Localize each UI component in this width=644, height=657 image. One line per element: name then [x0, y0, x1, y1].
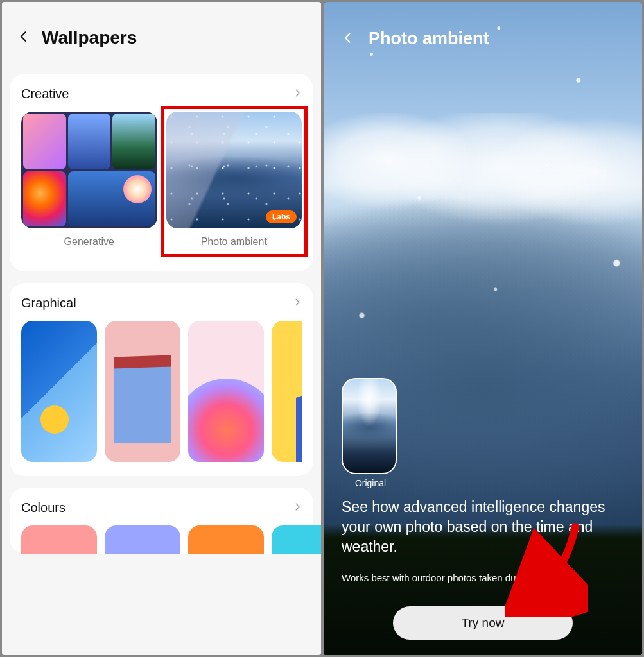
- section-creative: Creative Generative Labs Photo ambie: [10, 74, 313, 271]
- colours-row: [21, 525, 302, 554]
- section-graphical: Graphical: [10, 283, 313, 476]
- right-content: Original See how advanced intelligence c…: [342, 378, 624, 640]
- generative-thumb: [21, 112, 157, 228]
- photo-ambient-screen: Photo ambient Original See how advanced …: [324, 2, 642, 655]
- original-thumb: [342, 378, 397, 474]
- chevron-right-icon: [293, 89, 302, 100]
- subtext: Works best with outdoor photos taken dur…: [342, 572, 624, 583]
- photo-ambient-thumb: Labs: [166, 112, 302, 228]
- wallpapers-screen: Wallpapers Creative Generative L: [2, 2, 321, 655]
- graphical-row: [21, 321, 302, 462]
- graphical-thumb[interactable]: [188, 321, 264, 462]
- colour-swatch[interactable]: [188, 525, 264, 554]
- colour-swatch[interactable]: [21, 525, 97, 554]
- section-title: Creative: [21, 87, 69, 101]
- wallpaper-card-photo-ambient[interactable]: Labs Photo ambient: [161, 106, 308, 257]
- back-icon[interactable]: [17, 30, 30, 46]
- colour-swatch[interactable]: [105, 525, 180, 554]
- section-head-colours[interactable]: Colours: [21, 500, 302, 515]
- card-label: Photo ambient: [166, 236, 302, 248]
- section-title: Graphical: [21, 296, 76, 311]
- wallpaper-card-generative[interactable]: Generative: [21, 112, 157, 257]
- colour-swatch[interactable]: [272, 525, 321, 554]
- headline-text: See how advanced intelligence changes yo…: [342, 497, 624, 557]
- left-header: Wallpapers: [2, 2, 321, 74]
- original-preview[interactable]: Original: [342, 378, 624, 488]
- labs-badge: Labs: [266, 210, 297, 223]
- graphical-thumb[interactable]: [105, 321, 180, 462]
- page-title: Photo ambient: [369, 29, 489, 49]
- original-label: Original: [342, 478, 399, 488]
- chevron-right-icon: [293, 298, 302, 309]
- section-title: Colours: [21, 500, 65, 515]
- creative-row: Generative Labs Photo ambient: [21, 112, 302, 257]
- section-colours: Colours: [10, 488, 313, 554]
- chevron-right-icon: [293, 502, 302, 514]
- card-label: Generative: [21, 236, 157, 248]
- section-head-creative[interactable]: Creative: [21, 87, 302, 101]
- page-title: Wallpapers: [42, 28, 137, 48]
- section-head-graphical[interactable]: Graphical: [21, 296, 302, 311]
- right-header: Photo ambient: [324, 2, 642, 76]
- back-icon[interactable]: [342, 31, 354, 47]
- graphical-thumb[interactable]: [21, 321, 97, 462]
- graphical-thumb[interactable]: [272, 321, 302, 462]
- try-now-button[interactable]: Try now: [393, 606, 573, 640]
